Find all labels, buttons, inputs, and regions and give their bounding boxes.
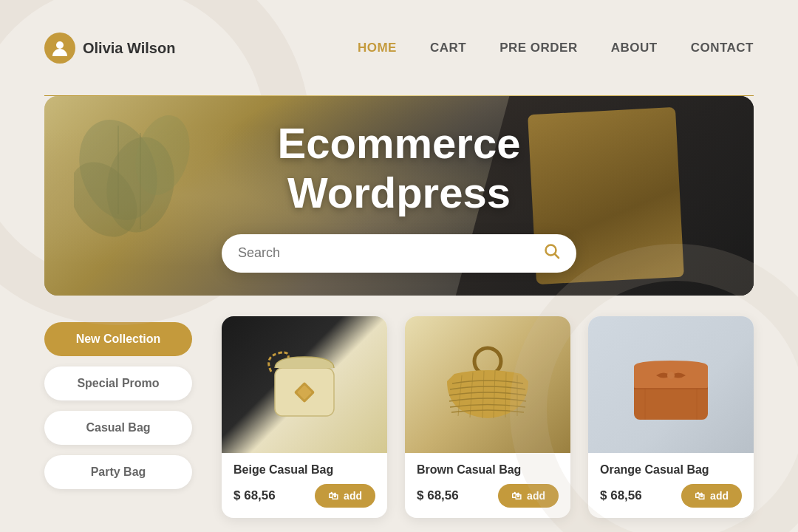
product-name-orange: Orange Casual Bag [600, 463, 742, 477]
product-card-orange: Orange Casual Bag $ 68,56 🛍 add [588, 316, 754, 518]
product-name-beige: Beige Casual Bag [233, 463, 375, 477]
product-info-orange: Orange Casual Bag $ 68,56 🛍 add [588, 453, 754, 518]
filter-party-bag[interactable]: Party Bag [44, 455, 192, 489]
product-price-brown: $ 68,56 [417, 488, 459, 503]
products-grid: Beige Casual Bag $ 68,56 🛍 add [222, 316, 754, 518]
product-info-beige: Beige Casual Bag $ 68,56 🛍 add [222, 453, 387, 518]
nav-item-cart[interactable]: CART [430, 41, 466, 55]
product-card-brown: Brown Casual Bag $ 68,56 🛍 add [405, 316, 570, 518]
product-image-brown [405, 316, 570, 453]
add-to-cart-brown[interactable]: 🛍 add [498, 484, 559, 508]
product-card-beige: Beige Casual Bag $ 68,56 🛍 add [222, 316, 387, 518]
search-input[interactable] [238, 245, 544, 261]
product-footer-orange: $ 68,56 🛍 add [600, 484, 742, 508]
header: Olivia Wilson HOME CART PRE ORDER ABOUT … [0, 0, 798, 96]
svg-point-21 [667, 372, 675, 379]
brand-avatar-icon [44, 33, 75, 64]
svg-line-8 [555, 253, 559, 258]
product-info-brown: Brown Casual Bag $ 68,56 🛍 add [405, 453, 570, 518]
cart-icon-orange: 🛍 [695, 490, 705, 502]
product-footer-brown: $ 68,56 🛍 add [417, 484, 559, 508]
filter-sidebar: New Collection Special Promo Casual Bag … [44, 316, 192, 518]
main-content: New Collection Special Promo Casual Bag … [0, 296, 798, 518]
product-image-orange [588, 316, 754, 453]
svg-point-0 [56, 41, 64, 49]
add-to-cart-beige[interactable]: 🛍 add [315, 484, 375, 508]
filter-special-promo[interactable]: Special Promo [44, 366, 192, 400]
cart-icon-brown: 🛍 [511, 490, 522, 502]
brand-logo[interactable]: Olivia Wilson [44, 33, 175, 64]
product-footer-beige: $ 68,56 🛍 add [233, 484, 375, 508]
product-image-beige [222, 316, 387, 453]
hero-banner: Ecommerce Wordpress [44, 96, 754, 296]
nav-item-preorder[interactable]: PRE ORDER [499, 41, 578, 55]
brand-name-text: Olivia Wilson [83, 40, 175, 57]
nav-item-home[interactable]: HOME [358, 41, 397, 55]
main-nav: HOME CART PRE ORDER ABOUT CONTACT [358, 41, 754, 55]
filter-new-collection[interactable]: New Collection [44, 322, 192, 356]
product-price-orange: $ 68,56 [600, 488, 642, 503]
add-to-cart-orange[interactable]: 🛍 add [681, 484, 742, 508]
nav-item-contact[interactable]: CONTACT [691, 41, 754, 55]
nav-item-about[interactable]: ABOUT [611, 41, 658, 55]
product-name-brown: Brown Casual Bag [417, 463, 559, 477]
filter-casual-bag[interactable]: Casual Bag [44, 411, 192, 445]
search-icon[interactable] [544, 243, 560, 264]
product-price-beige: $ 68,56 [233, 488, 276, 503]
search-bar[interactable] [222, 234, 576, 273]
cart-icon-beige: 🛍 [328, 490, 338, 502]
hero-title: Ecommerce Wordpress [278, 119, 521, 217]
hero-leaf-decoration [74, 111, 207, 259]
